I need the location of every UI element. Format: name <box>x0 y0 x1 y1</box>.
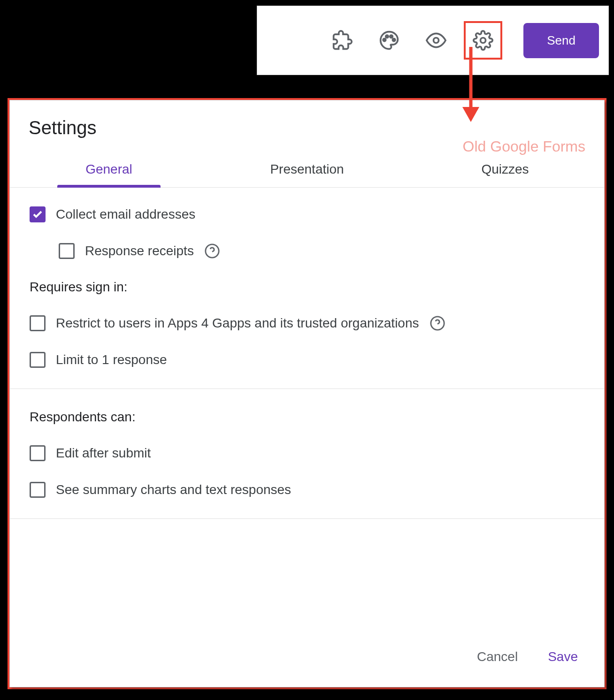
cancel-button[interactable]: Cancel <box>471 646 523 668</box>
checkbox-collect-email[interactable] <box>30 206 46 222</box>
addons-icon[interactable] <box>331 29 353 52</box>
save-button[interactable]: Save <box>542 646 583 668</box>
checkbox-response-receipts[interactable] <box>59 243 75 259</box>
divider <box>10 388 604 389</box>
label-response-receipts: Response receipts <box>85 243 194 259</box>
checkbox-edit-after[interactable] <box>30 445 46 461</box>
svg-point-4 <box>434 38 439 43</box>
tab-presentation[interactable]: Presentation <box>208 162 406 187</box>
checkbox-limit1[interactable] <box>30 352 46 368</box>
label-edit-after: Edit after submit <box>56 446 151 461</box>
dialog-footer: Cancel Save <box>10 632 604 687</box>
settings-tabs: General Presentation Quizzes <box>10 162 604 188</box>
svg-point-3 <box>393 38 396 41</box>
label-see-summary: See summary charts and text responses <box>56 482 291 497</box>
section-respondents: Respondents can: <box>30 410 584 425</box>
help-icon[interactable] <box>430 315 445 331</box>
settings-gear-highlight <box>464 21 502 60</box>
dialog-title: Settings <box>10 100 604 138</box>
help-icon[interactable] <box>204 243 220 259</box>
svg-point-1 <box>386 35 389 38</box>
checkbox-restrict[interactable] <box>30 315 46 331</box>
settings-body: Collect email addresses Response receipt… <box>10 188 604 632</box>
settings-dialog-highlight: Settings Old Google Forms General Presen… <box>8 98 606 689</box>
settings-dialog: Settings Old Google Forms General Presen… <box>9 100 605 687</box>
svg-point-2 <box>390 35 393 38</box>
watermark-text: Old Google Forms <box>463 138 585 155</box>
divider <box>10 518 604 519</box>
label-restrict: Restrict to users in Apps 4 Gapps and it… <box>56 316 419 331</box>
forms-toolbar: Send <box>257 6 609 75</box>
label-collect-email: Collect email addresses <box>56 207 195 222</box>
checkbox-see-summary[interactable] <box>30 482 46 498</box>
settings-gear-icon[interactable] <box>472 29 494 52</box>
tab-general[interactable]: General <box>10 162 208 187</box>
send-button[interactable]: Send <box>523 23 599 58</box>
svg-point-0 <box>383 38 386 41</box>
label-limit1: Limit to 1 response <box>56 352 167 367</box>
palette-icon[interactable] <box>378 29 400 52</box>
svg-point-5 <box>481 38 486 43</box>
section-signin: Requires sign in: <box>30 280 584 295</box>
preview-eye-icon[interactable] <box>425 29 447 52</box>
tab-quizzes[interactable]: Quizzes <box>406 162 604 187</box>
